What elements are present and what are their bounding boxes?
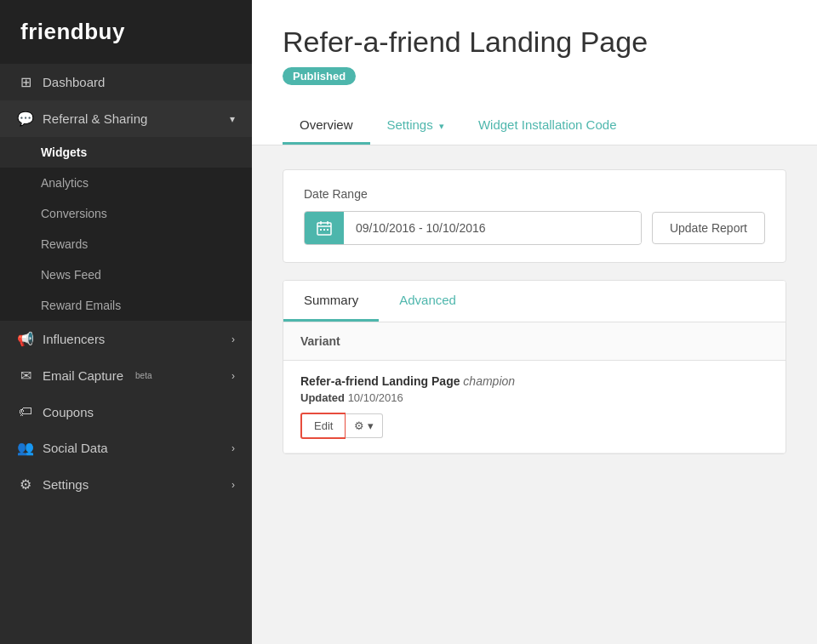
sidebar-item-label: Referral & Sharing <box>43 111 147 126</box>
svg-rect-5 <box>323 229 325 231</box>
date-range-row: Update Report <box>304 211 765 245</box>
table-header: Variant <box>283 322 786 361</box>
sidebar-item-social-data[interactable]: 👥 Social Data › <box>0 430 252 466</box>
gear-icon: ⚙ <box>354 419 364 432</box>
page-header: Refer-a-friend Landing Page Published Ov… <box>252 0 817 145</box>
settings-icon: ⚙ <box>17 476 34 493</box>
chevron-right-icon: › <box>231 370 235 382</box>
sub-tabs: Summary Advanced <box>283 281 786 322</box>
variant-actions: Edit ⚙ ▾ <box>300 413 768 439</box>
chevron-down-icon: ▾ <box>439 121 444 131</box>
sidebar-item-coupons[interactable]: 🏷 Coupons <box>0 394 252 430</box>
variant-name: Refer-a-friend Landing Page champion <box>300 374 768 388</box>
chevron-right-icon: › <box>231 479 235 491</box>
influencers-icon: 📢 <box>17 331 34 347</box>
sidebar-item-label: Influencers <box>43 332 105 346</box>
social-icon: 👥 <box>17 440 34 456</box>
sidebar-item-label: Dashboard <box>43 75 105 89</box>
sidebar-item-rewards[interactable]: Rewards <box>0 229 252 259</box>
sidebar-item-email-capture[interactable]: ✉ Email Capture beta › <box>0 357 252 394</box>
date-range-section: Date Range <box>283 169 786 263</box>
tab-widget-installation[interactable]: Widget Installation Code <box>461 107 634 145</box>
sidebar-item-label: Settings <box>43 477 89 492</box>
tab-advanced[interactable]: Advanced <box>379 281 477 322</box>
chevron-right-icon: › <box>231 333 235 345</box>
sidebar-item-reward-emails[interactable]: Reward Emails <box>0 290 252 321</box>
main-tabs: Overview Settings ▾ Widget Installation … <box>283 107 786 145</box>
date-input-wrapper <box>304 211 642 245</box>
sidebar: friendbuy ⊞ Dashboard 💬 Referral & Shari… <box>0 0 252 644</box>
sidebar-item-label: Social Data <box>43 441 108 455</box>
dropdown-arrow-icon: ▾ <box>368 419 374 432</box>
tab-settings[interactable]: Settings ▾ <box>370 107 461 145</box>
page-title: Refer-a-friend Landing Page <box>283 26 786 59</box>
coupons-icon: 🏷 <box>17 404 34 419</box>
referral-submenu: Widgets Analytics Conversions Rewards Ne… <box>0 137 252 321</box>
dashboard-icon: ⊞ <box>17 74 34 90</box>
svg-rect-4 <box>320 229 322 231</box>
sidebar-item-settings[interactable]: ⚙ Settings › <box>0 466 252 503</box>
sidebar-item-analytics[interactable]: Analytics <box>0 168 252 198</box>
update-report-button[interactable]: Update Report <box>652 212 765 244</box>
email-icon: ✉ <box>17 368 34 384</box>
sidebar-item-influencers[interactable]: 📢 Influencers › <box>0 321 252 357</box>
date-range-label: Date Range <box>304 187 765 201</box>
gear-dropdown-button[interactable]: ⚙ ▾ <box>346 413 383 438</box>
content-area: Date Range <box>252 145 817 478</box>
sidebar-item-label: Coupons <box>43 405 94 419</box>
chevron-down-icon: ▾ <box>230 113 235 125</box>
sidebar-item-dashboard[interactable]: ⊞ Dashboard <box>0 64 252 100</box>
tab-summary[interactable]: Summary <box>283 281 379 322</box>
main-content: Refer-a-friend Landing Page Published Ov… <box>252 0 817 644</box>
svg-rect-6 <box>327 229 329 231</box>
sidebar-item-news-feed[interactable]: News Feed <box>0 259 252 290</box>
referral-icon: 💬 <box>17 111 34 127</box>
sidebar-item-label: Email Capture <box>43 368 123 383</box>
summary-table-section: Summary Advanced Variant Refer-a-friend … <box>283 280 786 454</box>
chevron-right-icon: › <box>231 442 235 454</box>
sidebar-item-conversions[interactable]: Conversions <box>0 198 252 229</box>
tab-overview[interactable]: Overview <box>283 107 370 145</box>
sidebar-item-widgets[interactable]: Widgets <box>0 137 252 168</box>
status-badge: Published <box>283 67 356 85</box>
beta-badge: beta <box>135 371 151 380</box>
sidebar-item-referral-sharing[interactable]: 💬 Referral & Sharing ▾ <box>0 100 252 137</box>
calendar-icon <box>305 212 344 244</box>
app-logo: friendbuy <box>0 0 252 64</box>
edit-button[interactable]: Edit <box>300 413 346 439</box>
date-range-input[interactable] <box>344 213 641 243</box>
variant-updated: Updated 10/10/2016 <box>300 391 768 404</box>
table-row: Refer-a-friend Landing Page champion Upd… <box>283 361 786 453</box>
